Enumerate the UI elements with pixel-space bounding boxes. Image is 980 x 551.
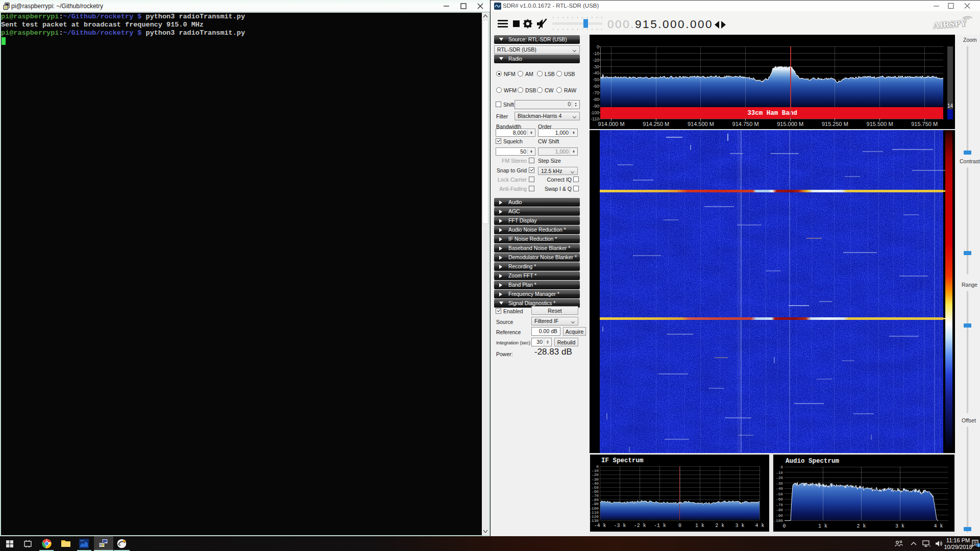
- svg-text:IF Spectrum: IF Spectrum: [601, 457, 644, 464]
- svg-text:3 k: 3 k: [735, 523, 744, 529]
- svg-text:-80: -80: [592, 498, 599, 502]
- svg-text:-80: -80: [776, 508, 783, 512]
- svg-text:-100: -100: [590, 507, 599, 511]
- svg-text:2 k: 2 k: [856, 523, 866, 529]
- svg-text:2 k: 2 k: [715, 523, 724, 529]
- svg-text:915.750 M: 915.750 M: [911, 121, 938, 127]
- svg-text:1 k: 1 k: [695, 523, 704, 529]
- svg-text:-130: -130: [590, 519, 599, 523]
- svg-text:-10: -10: [776, 471, 783, 475]
- svg-text:-80: -80: [593, 97, 599, 102]
- svg-text:4 k: 4 k: [755, 523, 764, 529]
- svg-text:1: 1: [977, 543, 979, 547]
- svg-text:-70: -70: [593, 90, 599, 95]
- svg-text:Audio Spectrum: Audio Spectrum: [786, 458, 840, 465]
- svg-text:-90: -90: [592, 502, 599, 506]
- svg-text:-4 k: -4 k: [594, 523, 606, 529]
- svg-text:-50: -50: [593, 77, 599, 82]
- svg-text:4 k: 4 k: [934, 523, 943, 529]
- svg-text:3 k: 3 k: [895, 523, 904, 529]
- svg-text:914.000 M: 914.000 M: [598, 121, 625, 127]
- svg-text:-10: -10: [592, 469, 599, 473]
- svg-text:0: 0: [678, 523, 681, 529]
- svg-text:-10: -10: [593, 51, 599, 56]
- svg-text:-30: -30: [776, 482, 783, 486]
- svg-text:-1 k: -1 k: [654, 523, 666, 529]
- svg-text:915.250 M: 915.250 M: [822, 121, 848, 127]
- svg-text:-90: -90: [776, 514, 783, 518]
- svg-text:-30: -30: [593, 64, 599, 69]
- svg-text:-70: -70: [592, 494, 599, 498]
- svg-text:914.750 M: 914.750 M: [732, 121, 759, 127]
- svg-text:0: 0: [780, 465, 783, 469]
- svg-text:-60: -60: [593, 84, 599, 89]
- svg-text:-30: -30: [592, 478, 599, 482]
- svg-text:0: 0: [596, 465, 599, 469]
- svg-text:-50: -50: [776, 492, 783, 496]
- svg-text:-50: -50: [592, 486, 599, 490]
- svg-text:-20: -20: [592, 473, 599, 477]
- svg-text:914.250 M: 914.250 M: [643, 121, 669, 127]
- svg-text:-100: -100: [773, 519, 783, 523]
- svg-text:-20: -20: [776, 476, 783, 480]
- svg-text:-2 k: -2 k: [634, 523, 646, 529]
- svg-text:-3 k: -3 k: [614, 523, 626, 529]
- svg-text:0: 0: [782, 523, 786, 529]
- svg-text:-20: -20: [593, 58, 599, 63]
- svg-text:-60: -60: [592, 490, 599, 494]
- svg-text:914.500 M: 914.500 M: [688, 121, 714, 127]
- svg-text:1 k: 1 k: [818, 523, 827, 529]
- svg-text:-110: -110: [590, 511, 599, 515]
- svg-text:915.000 M: 915.000 M: [777, 121, 803, 127]
- svg-text:-40: -40: [593, 70, 599, 76]
- svg-text:915.500 M: 915.500 M: [867, 121, 893, 127]
- svg-text:-40: -40: [776, 487, 783, 491]
- svg-text:-100: -100: [590, 110, 599, 115]
- svg-text:-40: -40: [592, 482, 599, 486]
- svg-text:14: 14: [947, 103, 953, 109]
- svg-text:-70: -70: [776, 503, 783, 507]
- svg-text:-60: -60: [776, 497, 783, 502]
- svg-text:-90: -90: [593, 104, 599, 109]
- svg-text:-120: -120: [590, 515, 599, 519]
- svg-text:33cm Ham Band: 33cm Ham Band: [747, 110, 797, 117]
